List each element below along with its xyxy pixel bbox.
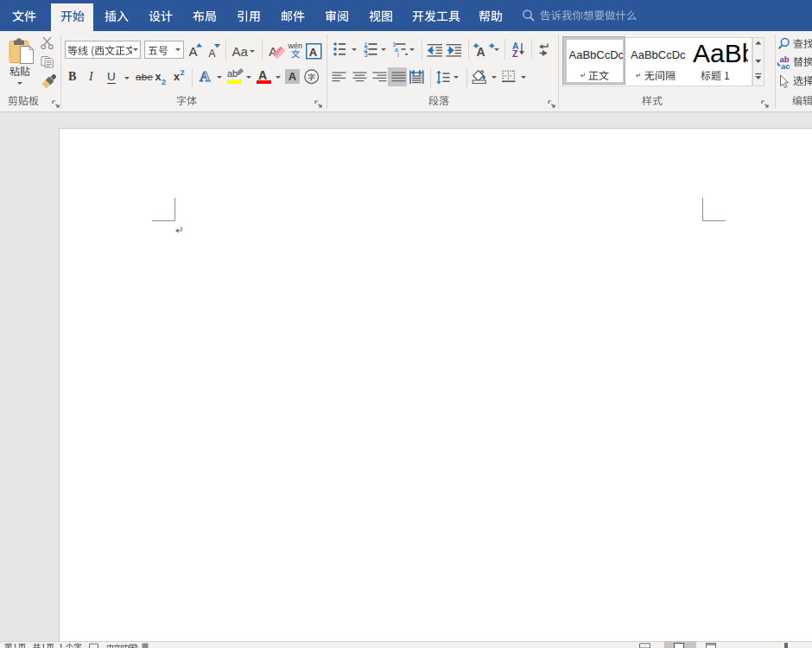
svg-text:A: A (308, 46, 317, 59)
svg-text:ab: ab (227, 68, 238, 79)
svg-text:ac: ac (781, 61, 790, 70)
svg-text:A: A (477, 45, 485, 58)
svg-text:i: i (397, 51, 399, 57)
svg-text:3: 3 (364, 50, 368, 57)
svg-text:Z: Z (512, 48, 518, 59)
